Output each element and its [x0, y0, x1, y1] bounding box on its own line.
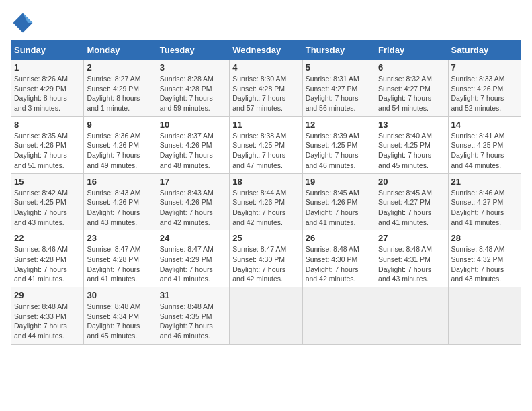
- day-number: 5: [306, 62, 372, 73]
- day-number: 28: [451, 233, 518, 243]
- calendar-cell: 24Sunrise: 8:47 AM Sunset: 4:29 PM Dayli…: [157, 230, 229, 287]
- calendar-cell: 1Sunrise: 8:26 AM Sunset: 4:29 PM Daylig…: [11, 60, 84, 117]
- day-number: 14: [451, 120, 518, 130]
- day-detail: Sunrise: 8:41 AM Sunset: 4:25 PM Dayligh…: [451, 131, 518, 171]
- calendar-week-5: 29Sunrise: 8:48 AM Sunset: 4:33 PM Dayli…: [11, 287, 521, 345]
- logo-icon: [11, 11, 35, 35]
- day-detail: Sunrise: 8:40 AM Sunset: 4:25 PM Dayligh…: [378, 131, 445, 171]
- day-number: 3: [160, 62, 226, 73]
- calendar-week-1: 1Sunrise: 8:26 AM Sunset: 4:29 PM Daylig…: [11, 60, 521, 117]
- calendar-cell: 27Sunrise: 8:48 AM Sunset: 4:31 PM Dayli…: [375, 230, 448, 287]
- day-detail: Sunrise: 8:37 AM Sunset: 4:26 PM Dayligh…: [160, 131, 226, 171]
- calendar-cell: 5Sunrise: 8:31 AM Sunset: 4:27 PM Daylig…: [302, 60, 375, 117]
- day-detail: Sunrise: 8:42 AM Sunset: 4:25 PM Dayligh…: [14, 188, 81, 228]
- day-header-thursday: Thursday: [302, 41, 375, 60]
- day-number: 22: [14, 233, 81, 243]
- calendar-cell: 21Sunrise: 8:46 AM Sunset: 4:27 PM Dayli…: [448, 173, 521, 230]
- calendar-cell: 2Sunrise: 8:27 AM Sunset: 4:29 PM Daylig…: [84, 60, 157, 117]
- day-number: 20: [378, 177, 445, 187]
- page-header: [11, 11, 521, 35]
- calendar-cell: 11Sunrise: 8:38 AM Sunset: 4:25 PM Dayli…: [230, 116, 302, 173]
- calendar-cell: 3Sunrise: 8:28 AM Sunset: 4:28 PM Daylig…: [157, 60, 229, 117]
- day-detail: Sunrise: 8:43 AM Sunset: 4:26 PM Dayligh…: [87, 188, 153, 228]
- day-detail: Sunrise: 8:44 AM Sunset: 4:26 PM Dayligh…: [232, 188, 299, 228]
- calendar-cell: [375, 287, 448, 345]
- day-detail: Sunrise: 8:27 AM Sunset: 4:29 PM Dayligh…: [87, 74, 153, 113]
- day-header-sunday: Sunday: [11, 41, 84, 60]
- calendar-cell: 14Sunrise: 8:41 AM Sunset: 4:25 PM Dayli…: [448, 116, 521, 173]
- day-number: 21: [451, 177, 518, 187]
- day-number: 24: [160, 233, 226, 243]
- day-number: 19: [306, 177, 372, 187]
- calendar-cell: 13Sunrise: 8:40 AM Sunset: 4:25 PM Dayli…: [375, 116, 448, 173]
- calendar-cell: 6Sunrise: 8:32 AM Sunset: 4:27 PM Daylig…: [375, 60, 448, 117]
- day-number: 26: [306, 233, 372, 243]
- calendar-cell: 25Sunrise: 8:47 AM Sunset: 4:30 PM Dayli…: [230, 230, 302, 287]
- calendar-cell: 26Sunrise: 8:48 AM Sunset: 4:30 PM Dayli…: [302, 230, 375, 287]
- day-detail: Sunrise: 8:30 AM Sunset: 4:28 PM Dayligh…: [232, 74, 299, 113]
- calendar-week-3: 15Sunrise: 8:42 AM Sunset: 4:25 PM Dayli…: [11, 173, 521, 230]
- calendar-cell: [302, 287, 375, 345]
- day-header-tuesday: Tuesday: [157, 41, 229, 60]
- day-detail: Sunrise: 8:46 AM Sunset: 4:28 PM Dayligh…: [14, 244, 81, 284]
- calendar-cell: 12Sunrise: 8:39 AM Sunset: 4:25 PM Dayli…: [302, 116, 375, 173]
- calendar-cell: 30Sunrise: 8:48 AM Sunset: 4:34 PM Dayli…: [84, 287, 157, 345]
- day-detail: Sunrise: 8:45 AM Sunset: 4:27 PM Dayligh…: [378, 188, 445, 228]
- calendar-week-2: 8Sunrise: 8:35 AM Sunset: 4:26 PM Daylig…: [11, 116, 521, 173]
- day-detail: Sunrise: 8:48 AM Sunset: 4:31 PM Dayligh…: [378, 244, 445, 284]
- calendar-cell: [230, 287, 302, 345]
- day-number: 13: [378, 120, 445, 130]
- day-detail: Sunrise: 8:47 AM Sunset: 4:28 PM Dayligh…: [87, 244, 153, 284]
- calendar-week-4: 22Sunrise: 8:46 AM Sunset: 4:28 PM Dayli…: [11, 230, 521, 287]
- day-header-friday: Friday: [375, 41, 448, 60]
- day-detail: Sunrise: 8:47 AM Sunset: 4:30 PM Dayligh…: [232, 244, 299, 284]
- calendar-cell: 18Sunrise: 8:44 AM Sunset: 4:26 PM Dayli…: [230, 173, 302, 230]
- day-number: 8: [14, 120, 81, 130]
- calendar-cell: 23Sunrise: 8:47 AM Sunset: 4:28 PM Dayli…: [84, 230, 157, 287]
- day-detail: Sunrise: 8:48 AM Sunset: 4:33 PM Dayligh…: [14, 302, 81, 341]
- day-header-monday: Monday: [84, 41, 157, 60]
- calendar-cell: 17Sunrise: 8:43 AM Sunset: 4:26 PM Dayli…: [157, 173, 229, 230]
- calendar-cell: 8Sunrise: 8:35 AM Sunset: 4:26 PM Daylig…: [11, 116, 84, 173]
- day-number: 27: [378, 233, 445, 243]
- day-detail: Sunrise: 8:48 AM Sunset: 4:32 PM Dayligh…: [451, 244, 518, 284]
- day-detail: Sunrise: 8:28 AM Sunset: 4:28 PM Dayligh…: [160, 74, 226, 113]
- calendar-cell: [448, 287, 521, 345]
- day-detail: Sunrise: 8:36 AM Sunset: 4:26 PM Dayligh…: [87, 131, 153, 171]
- logo: [11, 11, 38, 35]
- calendar-cell: 22Sunrise: 8:46 AM Sunset: 4:28 PM Dayli…: [11, 230, 84, 287]
- calendar-cell: 16Sunrise: 8:43 AM Sunset: 4:26 PM Dayli…: [84, 173, 157, 230]
- day-detail: Sunrise: 8:31 AM Sunset: 4:27 PM Dayligh…: [306, 74, 372, 113]
- day-number: 1: [14, 62, 81, 73]
- day-detail: Sunrise: 8:32 AM Sunset: 4:27 PM Dayligh…: [378, 74, 445, 113]
- calendar-cell: 28Sunrise: 8:48 AM Sunset: 4:32 PM Dayli…: [448, 230, 521, 287]
- day-detail: Sunrise: 8:33 AM Sunset: 4:26 PM Dayligh…: [451, 74, 518, 113]
- calendar-cell: 4Sunrise: 8:30 AM Sunset: 4:28 PM Daylig…: [230, 60, 302, 117]
- day-number: 12: [306, 120, 372, 130]
- calendar-cell: 29Sunrise: 8:48 AM Sunset: 4:33 PM Dayli…: [11, 287, 84, 345]
- calendar-cell: 9Sunrise: 8:36 AM Sunset: 4:26 PM Daylig…: [84, 116, 157, 173]
- day-number: 29: [14, 290, 81, 300]
- day-detail: Sunrise: 8:38 AM Sunset: 4:25 PM Dayligh…: [232, 131, 299, 171]
- day-detail: Sunrise: 8:48 AM Sunset: 4:35 PM Dayligh…: [160, 302, 226, 341]
- day-number: 17: [160, 177, 226, 187]
- day-number: 15: [14, 177, 81, 187]
- day-number: 16: [87, 177, 153, 187]
- day-detail: Sunrise: 8:45 AM Sunset: 4:26 PM Dayligh…: [306, 188, 372, 228]
- day-number: 9: [87, 120, 153, 130]
- calendar-cell: 7Sunrise: 8:33 AM Sunset: 4:26 PM Daylig…: [448, 60, 521, 117]
- day-number: 4: [232, 62, 299, 73]
- day-number: 7: [451, 62, 518, 73]
- day-header-wednesday: Wednesday: [230, 41, 302, 60]
- day-detail: Sunrise: 8:47 AM Sunset: 4:29 PM Dayligh…: [160, 244, 226, 284]
- day-detail: Sunrise: 8:48 AM Sunset: 4:34 PM Dayligh…: [87, 302, 153, 341]
- day-number: 31: [160, 290, 226, 300]
- day-number: 11: [232, 120, 299, 130]
- calendar-cell: 20Sunrise: 8:45 AM Sunset: 4:27 PM Dayli…: [375, 173, 448, 230]
- day-number: 10: [160, 120, 226, 130]
- calendar-cell: 15Sunrise: 8:42 AM Sunset: 4:25 PM Dayli…: [11, 173, 84, 230]
- calendar-header-row: SundayMondayTuesdayWednesdayThursdayFrid…: [11, 41, 521, 60]
- day-number: 2: [87, 62, 153, 73]
- calendar-cell: 10Sunrise: 8:37 AM Sunset: 4:26 PM Dayli…: [157, 116, 229, 173]
- calendar-cell: 31Sunrise: 8:48 AM Sunset: 4:35 PM Dayli…: [157, 287, 229, 345]
